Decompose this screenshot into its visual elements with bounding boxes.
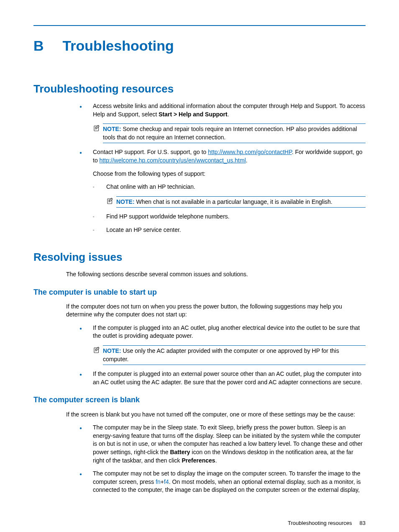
sub-bullet-icon: ◦ [93, 213, 106, 221]
blank-intro: If the screen is blank but you have not … [66, 411, 366, 419]
sub-bullet-item: ◦ Find HP support worldwide telephone nu… [93, 213, 366, 221]
bullet-icon: ● [79, 370, 93, 386]
note-body: NOTE: Use only the AC adapter provided w… [103, 345, 366, 365]
note-body: NOTE: Some checkup and repair tools requ… [103, 123, 366, 143]
bullet-item: ● Contact HP support. For U.S. support, … [79, 148, 366, 239]
chapter-letter: B [33, 36, 59, 56]
sub-bullet-icon: ◦ [93, 183, 106, 191]
unable-intro: If the computer does not turn on when yo… [66, 303, 366, 319]
chapter-name: Troubleshooting [62, 38, 174, 54]
sub-bullet-item: ◦ Chat online with an HP technician. [93, 183, 366, 191]
footer-page: 83 [360, 520, 366, 526]
bullet-text: The computer may be in the Sleep state. … [93, 424, 366, 465]
bullet-icon: ● [79, 324, 93, 340]
sub-bullet-text: Locate an HP service center. [106, 226, 181, 234]
bullet-text: Access website links and additional info… [93, 102, 366, 118]
key-fn: fn [156, 478, 161, 485]
note-block: NOTE: Some checkup and repair tools requ… [93, 123, 366, 143]
bullet-icon: ● [79, 148, 93, 239]
sub-bullet-item: ◦ Locate an HP service center. [93, 226, 366, 234]
sub-bullet-icon: ◦ [93, 226, 106, 234]
link-contact-hp[interactable]: http://www.hp.com/go/contactHP [208, 149, 292, 155]
heading-resolving: Resolving issues [33, 249, 366, 265]
heading-resources: Troubleshooting resources [33, 81, 366, 96]
link-wwcontact[interactable]: http://welcome.hp.com/country/us/en/wwco… [100, 157, 246, 164]
heading-screen-blank: The computer screen is blank [33, 395, 366, 405]
sub-bullet-text: Find HP support worldwide telephone numb… [106, 213, 230, 221]
bullet-item: ● If the computer is plugged into an AC … [79, 324, 366, 340]
note-body: NOTE: When chat is not available in a pa… [116, 196, 366, 208]
choose-text: Choose from the following types of suppo… [93, 170, 366, 178]
note-icon [93, 345, 101, 356]
bullet-icon: ● [79, 470, 93, 494]
bullet-icon: ● [79, 424, 93, 465]
note-block: NOTE: Use only the AC adapter provided w… [93, 345, 366, 365]
bullet-text: If the computer is plugged into an exter… [93, 370, 366, 386]
bullet-text: Contact HP support. For U.S. support, go… [93, 148, 366, 239]
chapter-title: B Troubleshooting [33, 36, 366, 56]
bullet-icon: ● [79, 102, 93, 118]
bullet-text: If the computer is plugged into an AC ou… [93, 324, 366, 340]
bullet-text: The computer may not be set to display t… [93, 470, 366, 494]
note-icon [93, 123, 101, 134]
sub-bullet-text: Chat online with an HP technician. [106, 183, 195, 191]
note-icon [106, 196, 115, 207]
bullet-item: ● The computer may not be set to display… [79, 470, 366, 494]
top-rule [33, 25, 366, 26]
bullet-item: ● Access website links and additional in… [79, 102, 366, 118]
heading-unable-start: The computer is unable to start up [33, 287, 366, 298]
key-f4: f4 [164, 478, 169, 485]
bullet-item: ● If the computer is plugged into an ext… [79, 370, 366, 386]
footer-section: Troubleshooting resources [288, 520, 352, 526]
bullet-item: ● The computer may be in the Sleep state… [79, 424, 366, 465]
note-block: NOTE: When chat is not available in a pa… [106, 196, 366, 208]
resolving-intro: The following sections describe several … [66, 270, 366, 279]
page-footer: Troubleshooting resources 83 [33, 519, 366, 527]
